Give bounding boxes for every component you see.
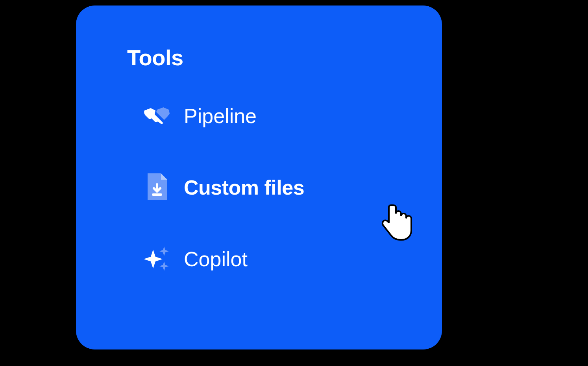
tools-panel: Tools Pipeline Custom files <box>76 6 442 349</box>
handshake-icon <box>143 102 171 130</box>
menu-item-pipeline[interactable]: Pipeline <box>143 102 391 130</box>
menu-item-copilot[interactable]: Copilot <box>143 245 391 273</box>
menu-item-label: Copilot <box>184 247 248 271</box>
file-download-icon <box>143 173 171 202</box>
menu-item-label: Pipeline <box>184 104 257 128</box>
tools-menu: Pipeline Custom files Cop <box>127 102 391 273</box>
section-title: Tools <box>127 45 391 70</box>
sparkles-icon <box>143 245 171 273</box>
menu-item-label: Custom files <box>184 176 304 199</box>
menu-item-custom-files[interactable]: Custom files <box>143 173 391 202</box>
